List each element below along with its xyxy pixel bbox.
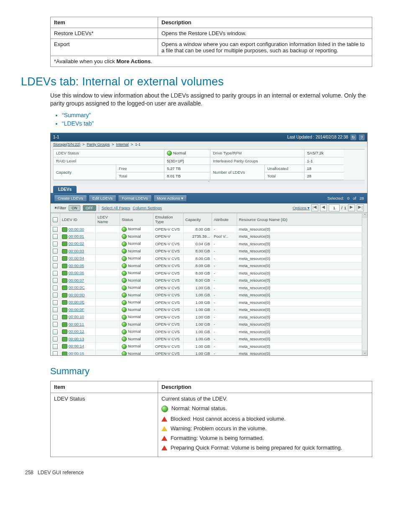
cell-ldev-id[interactable]: 00:00:15 bbox=[60, 350, 96, 355]
table-row[interactable]: 00:00:10NormalOPEN-V CVS1.00 GB-meta_res… bbox=[51, 314, 367, 321]
link-ldevs-tab[interactable]: “LDEVs tab” bbox=[62, 120, 94, 127]
row-checkbox[interactable] bbox=[51, 306, 60, 313]
table-row[interactable]: 00:00:02NormalOPEN-V CVS0.04 GB-meta_res… bbox=[51, 240, 367, 247]
bc-internal[interactable]: Internal bbox=[116, 142, 129, 146]
row-checkbox[interactable] bbox=[51, 284, 60, 291]
row-checkbox[interactable] bbox=[51, 321, 60, 328]
table-row[interactable]: 00:00:12NormalOPEN-V CVS1.00 GB-meta_res… bbox=[51, 328, 367, 335]
cell-ldev-id[interactable]: 00:00:06 bbox=[60, 270, 96, 277]
row-checkbox[interactable] bbox=[51, 335, 60, 342]
filter-off-button[interactable]: OFF bbox=[83, 205, 96, 211]
row-checkbox[interactable] bbox=[51, 240, 60, 247]
table-row[interactable]: 00:00:03NormalOPEN-V CVS8.00 GB-meta_res… bbox=[51, 247, 367, 254]
table-row[interactable]: 00:00:0DNormalOPEN-V CVS1.00 GB-meta_res… bbox=[51, 291, 367, 298]
cell-ldev-id[interactable]: 00:00:12 bbox=[60, 328, 96, 335]
table-row[interactable]: 00:00:00NormalOPEN-V CVS8.00 GB-meta_res… bbox=[51, 226, 367, 233]
cell-ldev-id[interactable]: 00:00:0D bbox=[60, 291, 96, 298]
cell-ldev-id[interactable]: 00:00:0F bbox=[60, 306, 96, 313]
cell-ldev-id[interactable]: 00:00:05 bbox=[60, 262, 96, 269]
table-row[interactable]: 00:00:06NormalOPEN-V CVS8.00 GB-meta_res… bbox=[51, 270, 367, 277]
edit-ldevs-button[interactable]: Edit LDEVs bbox=[89, 195, 117, 202]
th-ldev-id[interactable]: LDEV ID bbox=[60, 213, 96, 226]
help-icon[interactable]: ? bbox=[359, 134, 365, 140]
scroll-up-icon[interactable]: ⌃ bbox=[362, 213, 367, 218]
scroll-down-icon[interactable]: ⌄ bbox=[362, 350, 367, 355]
page-next-button[interactable]: ⯈ bbox=[348, 204, 355, 211]
ldev-icon bbox=[62, 256, 67, 261]
row-checkbox[interactable] bbox=[51, 255, 60, 262]
cell-attribute: - bbox=[212, 328, 237, 335]
table-row[interactable]: 00:00:0ENormalOPEN-V CVS1.00 GB-meta_res… bbox=[51, 299, 367, 306]
cell-ldev-id[interactable]: 00:00:07 bbox=[60, 277, 96, 284]
th-emulation[interactable]: Emulation Type bbox=[153, 213, 184, 226]
cell-ldev-id[interactable]: 00:00:04 bbox=[60, 255, 96, 262]
cell-capacity: 1.00 GB bbox=[184, 291, 212, 298]
th-ldev-name[interactable]: LDEV Name bbox=[96, 213, 120, 226]
row-checkbox[interactable] bbox=[51, 350, 60, 355]
create-ldevs-button[interactable]: Create LDEVs bbox=[54, 195, 87, 202]
more-actions-button[interactable]: More Actions bbox=[153, 195, 187, 202]
cell-resource-group: meta_resource(0) bbox=[237, 306, 367, 313]
cell-ldev-id[interactable]: 00:00:00 bbox=[60, 226, 96, 233]
th-resource-group[interactable]: Resource Group Name (ID) bbox=[237, 213, 367, 226]
tab-ldevs[interactable]: LDEVs bbox=[53, 186, 77, 193]
th-attribute[interactable]: Attribute bbox=[212, 213, 237, 226]
select-all-pages[interactable]: Select All Pages bbox=[102, 206, 130, 210]
page-first-button[interactable]: |⯇ bbox=[311, 204, 318, 211]
cell-emulation: OPEN-V CVS bbox=[153, 255, 184, 262]
row-checkbox[interactable] bbox=[51, 299, 60, 306]
format-ldevs-button[interactable]: Format LDEVs bbox=[118, 195, 151, 202]
table-row[interactable]: 00:00:05NormalOPEN-V CVS8.00 GB-meta_res… bbox=[51, 262, 367, 269]
table-row[interactable]: 00:00:0CNormalOPEN-V CVS1.00 GB-meta_res… bbox=[51, 284, 367, 291]
cell-ldev-id[interactable]: 00:00:01 bbox=[60, 233, 96, 240]
table-row[interactable]: 00:00:13NormalOPEN-V CVS1.00 GB-meta_res… bbox=[51, 335, 367, 342]
table-row[interactable]: 00:00:04NormalOPEN-V CVS8.00 GB-meta_res… bbox=[51, 255, 367, 262]
row-checkbox[interactable] bbox=[51, 328, 60, 335]
grid-scrollbar[interactable]: ⌃ ⌄ bbox=[362, 213, 367, 355]
filter-on-button[interactable]: ON bbox=[69, 205, 80, 211]
collapse-handle[interactable]: ⌃ bbox=[53, 180, 365, 184]
table-row[interactable]: 00:00:01NormalOPEN-V2735.39...Pool V...m… bbox=[51, 233, 367, 240]
cell-ldev-id[interactable]: 00:00:13 bbox=[60, 335, 96, 342]
row-checkbox[interactable] bbox=[51, 226, 60, 233]
cell-resource-group: meta_resource(0) bbox=[237, 299, 367, 306]
cell-status: Normal bbox=[120, 306, 153, 313]
row-checkbox[interactable] bbox=[51, 343, 60, 350]
status-normal-icon bbox=[122, 307, 127, 312]
cell-capacity: 1.00 GB bbox=[184, 284, 212, 291]
cell-ldev-id[interactable]: 00:00:03 bbox=[60, 247, 96, 254]
table-row[interactable]: 00:00:07NormalOPEN-V CVS8.00 GB-meta_res… bbox=[51, 277, 367, 284]
bc-storage[interactable]: Storage(S/N:22) bbox=[53, 142, 80, 146]
row-checkbox[interactable] bbox=[51, 233, 60, 240]
row-checkbox[interactable] bbox=[51, 270, 60, 277]
blocked-icon bbox=[161, 416, 167, 421]
cell-ldev-id[interactable]: 00:00:11 bbox=[60, 321, 96, 328]
row-checkbox[interactable] bbox=[51, 247, 60, 254]
page-prev-button[interactable]: ⯇ bbox=[320, 204, 327, 211]
column-settings[interactable]: Column Settings bbox=[133, 206, 162, 210]
row-checkbox[interactable] bbox=[51, 291, 60, 298]
th-capacity[interactable]: Capacity bbox=[184, 213, 212, 226]
options-menu[interactable]: Options ▾ bbox=[293, 206, 309, 210]
refresh-icon[interactable]: ↻ bbox=[350, 134, 356, 140]
cell-ldev-id[interactable]: 00:00:14 bbox=[60, 343, 96, 350]
page-input[interactable] bbox=[329, 204, 340, 211]
cell-ldev-id[interactable]: 00:00:02 bbox=[60, 240, 96, 247]
bc-parity-groups[interactable]: Parity Groups bbox=[87, 142, 110, 146]
th-checkbox[interactable] bbox=[51, 213, 60, 226]
table-row[interactable]: 00:00:14NormalOPEN-V CVS1.00 GB-meta_res… bbox=[51, 343, 367, 350]
status-normal-icon bbox=[122, 315, 127, 320]
row-checkbox[interactable] bbox=[51, 314, 60, 321]
th-status[interactable]: Status bbox=[120, 213, 153, 226]
row-checkbox[interactable] bbox=[51, 262, 60, 269]
table-row[interactable]: 00:00:11NormalOPEN-V CVS1.00 GB-meta_res… bbox=[51, 321, 367, 328]
cell-attribute: Pool V... bbox=[212, 233, 237, 240]
cell-ldev-id[interactable]: 00:00:0E bbox=[60, 299, 96, 306]
cell-ldev-id[interactable]: 00:00:10 bbox=[60, 314, 96, 321]
link-summary[interactable]: “Summary” bbox=[62, 112, 91, 118]
table-row[interactable]: 00:00:0FNormalOPEN-V CVS1.00 GB-meta_res… bbox=[51, 306, 367, 313]
cell-ldev-id[interactable]: 00:00:0C bbox=[60, 284, 96, 291]
row-checkbox[interactable] bbox=[51, 277, 60, 284]
table-row[interactable]: 00:00:15NormalOPEN-V CVS1.00 GB-meta_res… bbox=[51, 350, 367, 355]
page-last-button[interactable]: ⯈| bbox=[357, 204, 364, 211]
